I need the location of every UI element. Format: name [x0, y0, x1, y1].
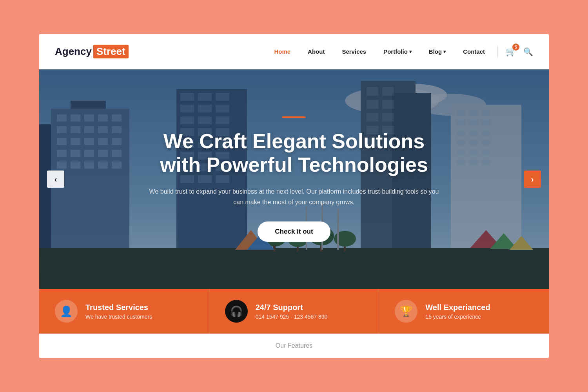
cart-icon[interactable]: 🛒 5: [506, 47, 516, 57]
cart-badge: 5: [512, 44, 519, 51]
hero-content: We Craft Elegant Solutions with Powerful…: [133, 116, 455, 242]
nav-link-services[interactable]: Services: [333, 34, 375, 69]
nav-item-about[interactable]: About: [299, 34, 333, 69]
nav-item-services[interactable]: Services: [333, 34, 375, 69]
trusted-icon: 👤: [55, 300, 78, 323]
logo-agency: Agency: [55, 45, 92, 58]
hero-section: ‹ › We Craft Elegant Solutions with Powe…: [39, 69, 549, 289]
logo-street: Street: [93, 45, 129, 58]
experienced-icon: 🏆: [395, 300, 417, 323]
nav-item-portfolio[interactable]: Portfolio: [375, 34, 420, 69]
navbar: Agency Street Home About Services Portfo…: [39, 34, 549, 69]
experienced-title: Well Experianced: [425, 303, 490, 312]
nav-item-blog[interactable]: Blog: [420, 34, 454, 69]
stats-item-experienced: 🏆 Well Experianced 15 years of experienc…: [379, 289, 549, 334]
nav-link-about[interactable]: About: [299, 34, 333, 69]
trusted-title: Trusted Services: [85, 303, 152, 312]
search-icon[interactable]: 🔍: [523, 47, 533, 56]
nav-item-contact[interactable]: Contact: [454, 34, 494, 69]
support-subtitle: 014 1547 925 - 123 4567 890: [256, 314, 328, 320]
hero-subtitle: We build trust to expand your business a…: [145, 186, 443, 207]
experienced-subtitle: 15 years of experience: [425, 314, 490, 320]
hero-cta-button[interactable]: Check it out: [258, 221, 330, 242]
trusted-subtitle: We have trusted customers: [85, 314, 152, 320]
stats-item-trusted: 👤 Trusted Services We have trusted custo…: [39, 289, 209, 334]
nav-link-portfolio[interactable]: Portfolio: [375, 34, 420, 69]
page-wrapper: Agency Street Home About Services Portfo…: [39, 34, 549, 358]
nav-dropdown-blog: Blog: [429, 34, 446, 69]
stats-item-support: 🎧 24/7 Support 014 1547 925 - 123 4567 8…: [209, 289, 379, 334]
features-label: Our Features: [39, 334, 549, 358]
stats-bar: 👤 Trusted Services We have trusted custo…: [39, 289, 549, 334]
nav-item-home[interactable]: Home: [265, 34, 299, 69]
nav-link-blog[interactable]: Blog: [420, 34, 454, 69]
nav-separator: [497, 46, 498, 58]
slider-next-button[interactable]: ›: [524, 171, 541, 188]
logo[interactable]: Agency Street: [55, 45, 129, 58]
slider-prev-button[interactable]: ‹: [47, 171, 64, 188]
trusted-text: Trusted Services We have trusted custome…: [85, 303, 152, 320]
hero-title: We Craft Elegant Solutions with Powerful…: [145, 130, 443, 177]
support-text: 24/7 Support 014 1547 925 - 123 4567 890: [256, 303, 328, 320]
nav-link-home[interactable]: Home: [265, 34, 299, 69]
nav-link-contact[interactable]: Contact: [454, 34, 494, 69]
support-icon: 🎧: [225, 300, 248, 323]
hero-accent-line: [282, 116, 306, 118]
nav-dropdown-portfolio: Portfolio: [383, 34, 412, 69]
support-title: 24/7 Support: [256, 303, 328, 312]
experienced-text: Well Experianced 15 years of experience: [425, 303, 490, 320]
nav-links: Home About Services Portfolio Blog Conta…: [265, 34, 494, 69]
